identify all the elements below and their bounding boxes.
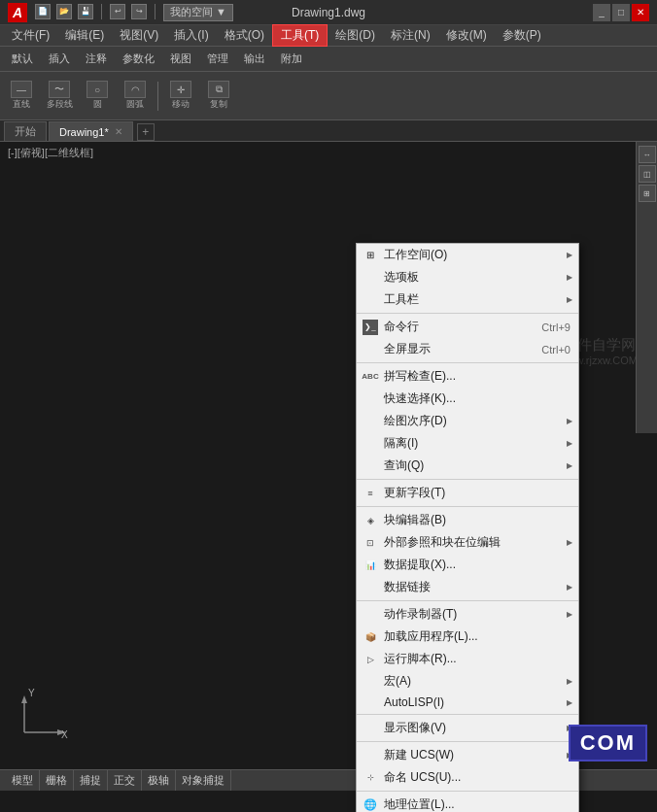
data-icon: 📊 bbox=[363, 558, 378, 573]
toolbar-separator-title2 bbox=[155, 4, 156, 19]
sec-btn-default[interactable]: 默认 bbox=[4, 50, 41, 68]
toolbar-area: — 直线 〜 多段线 ○ 圆 ◠ 圆弧 ✛ 移动 ⧉ 复制 bbox=[0, 72, 657, 120]
close-button[interactable]: ✕ bbox=[632, 4, 649, 21]
toolbar-icon4: ↩ bbox=[110, 4, 125, 19]
sec-btn-annotate[interactable]: 注释 bbox=[78, 50, 115, 68]
menu-nameducs[interactable]: ⊹ 命名 UCS(U)... bbox=[357, 766, 578, 789]
toolbar-icon2: 📂 bbox=[56, 4, 72, 19]
cmdline-icon: ❯_ bbox=[363, 320, 378, 335]
axis-indicator: Y X bbox=[15, 684, 73, 742]
tab-bar: 开始 Drawing1* ✕ + bbox=[0, 120, 657, 142]
workspace-icon: ⊞ bbox=[363, 248, 378, 263]
status-osnap[interactable]: 对象捕捉 bbox=[176, 770, 231, 791]
divider5 bbox=[357, 600, 578, 601]
menu-macro[interactable]: 宏(A) bbox=[357, 670, 578, 693]
status-model[interactable]: 模型 bbox=[6, 770, 40, 791]
menu-updatefield[interactable]: ≡ 更新字段(T) bbox=[357, 482, 578, 504]
tb-copy[interactable]: ⧉ 复制 bbox=[201, 81, 236, 111]
tb-arc[interactable]: ◠ 圆弧 bbox=[118, 81, 153, 111]
status-snap[interactable]: 捕捉 bbox=[74, 770, 108, 791]
svg-text:Y: Y bbox=[28, 688, 35, 698]
menu-geolocation[interactable]: 🌐 地理位置(L)... bbox=[357, 794, 578, 812]
menu-query[interactable]: 查询(Q) bbox=[357, 455, 578, 477]
menu-item-modify[interactable]: 修改(M) bbox=[438, 25, 495, 46]
divider2 bbox=[357, 362, 578, 363]
canvas-label: [-][俯视][二维线框] bbox=[0, 142, 657, 164]
menu-item-params[interactable]: 参数(P) bbox=[495, 25, 549, 46]
tb-polyline[interactable]: 〜 多段线 bbox=[42, 81, 77, 111]
menu-dataextract[interactable]: 📊 数据提取(X)... bbox=[357, 554, 578, 576]
menu-blockeditor[interactable]: ◈ 块编辑器(B) bbox=[357, 509, 578, 531]
dropdown-menu: ⊞ 工作空间(O) 选项板 工具栏 ❯_ 命令行 Ctrl+9 全屏显示 Ctr… bbox=[356, 243, 579, 812]
menu-newucs[interactable]: 新建 UCS(W) bbox=[357, 744, 578, 766]
menu-item-edit[interactable]: 编辑(E) bbox=[57, 25, 112, 46]
right-panel-btn2[interactable]: ◫ bbox=[639, 165, 656, 183]
menu-actionrecorder[interactable]: 动作录制器(T) bbox=[357, 603, 578, 626]
divider4 bbox=[357, 506, 578, 507]
menu-bar: 文件(F) 编辑(E) 视图(V) 插入(I) 格式(O) 工具(T) 绘图(D… bbox=[0, 25, 657, 47]
status-polar[interactable]: 极轴 bbox=[142, 770, 176, 791]
tab-start[interactable]: 开始 bbox=[4, 121, 47, 141]
toolbar-separator-title bbox=[101, 4, 102, 19]
block-icon: ◈ bbox=[363, 513, 378, 528]
sec-btn-insert[interactable]: 插入 bbox=[41, 50, 78, 68]
menu-xref[interactable]: ⊡ 外部参照和块在位编辑 bbox=[357, 531, 578, 554]
menu-runscript[interactable]: ▷ 运行脚本(R)... bbox=[357, 648, 578, 670]
right-panel: ↔ ◫ ⊞ bbox=[636, 142, 657, 433]
menu-cmdline[interactable]: ❯_ 命令行 Ctrl+9 bbox=[357, 316, 578, 338]
sec-btn-output[interactable]: 输出 bbox=[236, 50, 273, 68]
toolbar-separator-main bbox=[157, 82, 158, 111]
menu-autolisp[interactable]: AutoLISP(I) bbox=[357, 693, 578, 712]
menu-item-dimension[interactable]: 标注(N) bbox=[383, 25, 438, 46]
tab-drawing1[interactable]: Drawing1* ✕ bbox=[49, 121, 133, 141]
right-panel-btn3[interactable]: ⊞ bbox=[639, 185, 656, 202]
menu-isolate[interactable]: 隔离(I) bbox=[357, 432, 578, 455]
menu-item-file[interactable]: 文件(F) bbox=[4, 25, 57, 46]
menu-item-tools[interactable]: 工具(T) bbox=[272, 24, 328, 47]
ucs-icon: ⊹ bbox=[363, 770, 378, 786]
title-bar: A 📄 📂 💾 ↩ ↪ 我的空间 ▼ Drawing1.dwg _ □ ✕ bbox=[0, 0, 657, 25]
status-grid[interactable]: 栅格 bbox=[40, 770, 74, 791]
menu-item-insert[interactable]: 插入(I) bbox=[166, 25, 216, 46]
menu-palettes[interactable]: 选项板 bbox=[357, 266, 578, 288]
menu-spellcheck[interactable]: ABC 拼写检查(E)... bbox=[357, 365, 578, 388]
menu-quickselect[interactable]: 快速选择(K)... bbox=[357, 388, 578, 410]
menu-datalink[interactable]: 数据链接 bbox=[357, 576, 578, 598]
menu-fullscreen[interactable]: 全屏显示 Ctrl+0 bbox=[357, 338, 578, 360]
right-panel-btn1[interactable]: ↔ bbox=[639, 146, 656, 163]
tb-circle[interactable]: ○ 圆 bbox=[80, 81, 115, 111]
menu-item-view[interactable]: 视图(V) bbox=[112, 25, 166, 46]
tb-line[interactable]: — 直线 bbox=[4, 81, 39, 111]
divider6 bbox=[357, 714, 578, 715]
com-badge: COM bbox=[569, 725, 647, 761]
menu-toolbar[interactable]: 工具栏 bbox=[357, 288, 578, 311]
menu-item-format[interactable]: 格式(O) bbox=[217, 25, 272, 46]
divider7 bbox=[357, 741, 578, 742]
menu-loadapp[interactable]: 📦 加载应用程序(L)... bbox=[357, 626, 578, 648]
tab-add-button[interactable]: + bbox=[137, 123, 155, 141]
sec-btn-addon[interactable]: 附加 bbox=[273, 50, 310, 68]
svg-text:X: X bbox=[61, 729, 68, 740]
sec-btn-view[interactable]: 视图 bbox=[162, 50, 199, 68]
menu-displayimage[interactable]: 显示图像(V) bbox=[357, 717, 578, 739]
maximize-button[interactable]: □ bbox=[612, 4, 630, 21]
toolbar-icon: 📄 bbox=[35, 4, 51, 19]
sec-btn-manage[interactable]: 管理 bbox=[199, 50, 236, 68]
app-icon: A bbox=[8, 3, 27, 22]
sec-btn-params[interactable]: 参数化 bbox=[115, 50, 162, 68]
field-icon: ≡ bbox=[363, 486, 378, 501]
abc-icon: ABC bbox=[363, 369, 378, 385]
tb-move[interactable]: ✛ 移动 bbox=[163, 81, 198, 111]
menu-item-draw[interactable]: 绘图(D) bbox=[328, 25, 383, 46]
svg-marker-2 bbox=[21, 695, 27, 703]
menu-workspace[interactable]: ⊞ 工作空间(O) bbox=[357, 244, 578, 266]
title-text: Drawing1.dwg bbox=[292, 6, 365, 19]
toolbar-icon5: ↪ bbox=[131, 4, 147, 19]
tab-close-icon[interactable]: ✕ bbox=[115, 126, 122, 137]
menu-draworder[interactable]: 绘图次序(D) bbox=[357, 410, 578, 432]
divider8 bbox=[357, 791, 578, 792]
status-ortho[interactable]: 正交 bbox=[108, 770, 142, 791]
minimize-button[interactable]: _ bbox=[593, 4, 610, 21]
app-icon: 📦 bbox=[363, 629, 378, 645]
workspace-dropdown[interactable]: 我的空间 ▼ bbox=[163, 4, 233, 21]
